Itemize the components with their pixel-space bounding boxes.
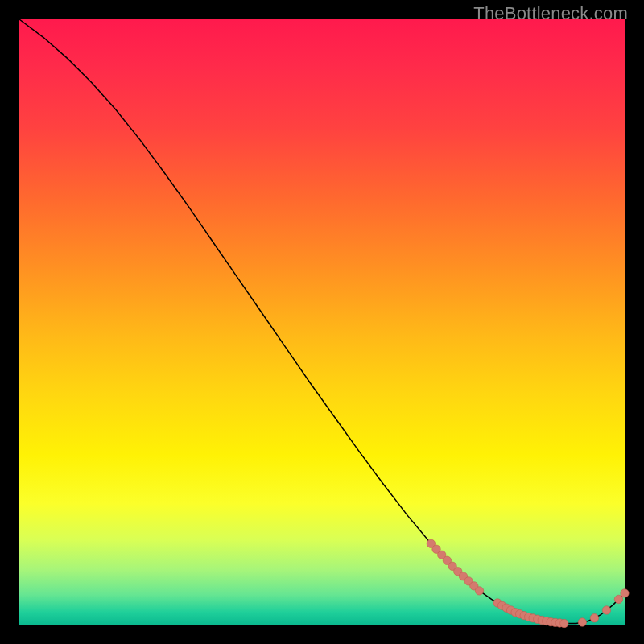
- line-layer: [19, 19, 625, 625]
- bottleneck-curve: [19, 19, 625, 624]
- data-point: [578, 618, 586, 626]
- data-point: [602, 606, 610, 614]
- data-point: [621, 589, 629, 597]
- data-points: [427, 539, 629, 628]
- chart-container: TheBottleneck.com: [0, 0, 644, 644]
- plot-area: [19, 19, 625, 625]
- data-point: [560, 619, 568, 627]
- data-point: [590, 614, 598, 622]
- data-point: [475, 587, 483, 595]
